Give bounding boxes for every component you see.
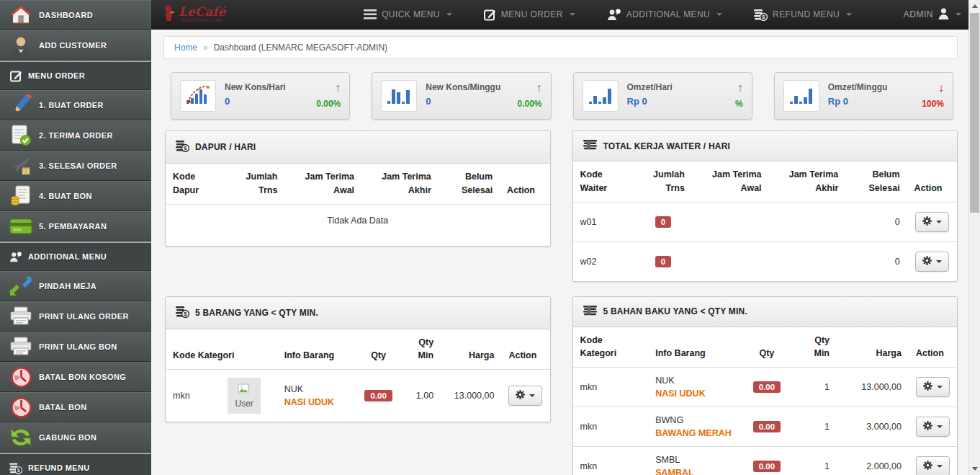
sidebar-header-additional-menu: ADDITIONAL MENU [0, 241, 151, 271]
stat-value: 0 [426, 96, 508, 107]
sidebar-item-label: PRINT ULANG ORDER [39, 312, 129, 321]
column-header: Info Barang [648, 327, 742, 368]
action-button[interactable] [915, 252, 949, 272]
person-bubble-icon [607, 9, 621, 21]
printer-icon [9, 305, 32, 328]
nav-menu-menu-order[interactable]: MENU ORDER [484, 9, 575, 21]
item-code: SMBL [655, 455, 734, 465]
action-button[interactable] [916, 377, 950, 397]
nav-menu-label: MENU ORDER [501, 9, 563, 19]
sidebar-item-label: 3. SELESAI ORDER [39, 161, 117, 170]
sidebar-item-label: 2. TERIMA ORDER [39, 131, 113, 140]
svg-text:$: $ [17, 467, 20, 473]
sidebar-item-label: BATAL BON [39, 403, 87, 412]
column-header: Kode Kategori [166, 329, 277, 370]
gear-icon [923, 461, 932, 472]
item-code: BWNG [655, 415, 734, 425]
action-button[interactable] [915, 212, 949, 232]
sidebar-item-label: BATAL BON KOSONG [39, 373, 126, 381]
sidebar-header-menu-order: MENU ORDER [0, 61, 151, 90]
stat-new-kons-minggu[interactable]: New Kons/Minggu 0 ↑ 0.00% [372, 72, 551, 120]
user-silhouette-icon [938, 8, 949, 22]
scroll-up-arrow-icon[interactable] [972, 4, 978, 8]
sidebar-item-label: 1. BUAT ORDER [39, 101, 104, 110]
stat-omzet-minggu[interactable]: Omzet/Minggu Rp 0 ↓ 100% [774, 72, 953, 120]
nav-menu-refund-menu[interactable]: $REFUND MENU [754, 9, 852, 21]
kode-kategori-cell: mkn [573, 368, 649, 407]
column-header: Action [907, 161, 957, 202]
item-name: NASI UDUK [655, 389, 734, 399]
column-header: Harga [837, 327, 909, 368]
action-button[interactable] [508, 386, 542, 406]
scrollbar-thumb[interactable] [970, 13, 979, 213]
panel-barang-qty-min: $ 5 BARANG YANG < QTY MIN. Kode Kategori… [165, 296, 551, 423]
nav-menu-quick-menu[interactable]: QUICK MENU [364, 9, 452, 19]
chevron-down-icon [846, 13, 852, 16]
bar-chart-asc-icon [783, 80, 819, 112]
admin-menu[interactable]: ADMIN [904, 8, 961, 22]
action-button[interactable] [916, 417, 950, 437]
breadcrumb-home-link[interactable]: Home [174, 43, 197, 53]
sidebar-item-dashboard[interactable]: DASHBOARD [0, 0, 151, 30]
chevron-down-icon [936, 221, 942, 223]
panel-title: TOTAL KERJA WAITER / HARI [603, 141, 731, 151]
column-header: Jumlah Trns [227, 164, 284, 204]
sidebar-item-pindah-meja[interactable]: PINDAH MEJA [0, 271, 151, 301]
barang-table: Kode Kategori Info Barang Qty Qty Min Ha… [166, 329, 550, 422]
stat-widgets-row: New Kons/Hari 0 ↑ 0.00% New Kons/Minggu … [171, 72, 953, 120]
table-row: w02 0 0 [573, 241, 958, 281]
trend-down-icon: ↓ [922, 81, 944, 94]
sidebar-item-print-ulang-bon[interactable]: PRINT ULANG BON [0, 332, 151, 362]
sidebar-item-label: 5. PEMBAYARAN [39, 222, 107, 231]
chevron-down-icon [956, 13, 961, 16]
page-content: Home » Dashboard (LENMARC MEGASOFT-ADMIN… [151, 30, 980, 475]
credit-card-icon [9, 215, 32, 238]
scroll-down-arrow-icon[interactable] [972, 467, 978, 471]
dapur-table: Kode Dapur Jumlah Trns Jam Terima Awal J… [166, 164, 550, 246]
stack-icon [583, 306, 598, 318]
item-name: NASI UDUK [284, 397, 351, 407]
sidebar-item-print-ulang-order[interactable]: PRINT ULANG ORDER [0, 301, 151, 332]
pencil-icon [9, 94, 32, 117]
breadcrumb-separator: » [203, 43, 208, 53]
item-name: SAMBAL [655, 468, 734, 475]
stat-new-kons-hari[interactable]: New Kons/Hari 0 ↑ 0.00% [171, 72, 350, 120]
action-button[interactable] [916, 456, 950, 475]
column-header: Action [501, 329, 549, 370]
sidebar-item-1-buat-order[interactable]: 1. BUAT ORDER [0, 90, 151, 120]
sidebar-item-label: ADDITIONAL MENU [28, 252, 107, 261]
sidebar-item-gabung-bon[interactable]: GABUNG BON [0, 422, 151, 453]
gear-icon [922, 216, 932, 228]
sidebar-item-4-buat-bon[interactable]: 4. BUAT BON [0, 181, 151, 211]
stat-label: New Kons/Hari [225, 81, 307, 94]
sidebar-item-5-pembayaran[interactable]: 5. PEMBAYARAN [0, 211, 151, 241]
customer-icon [9, 34, 32, 57]
coins-icon: $ [754, 9, 768, 21]
stat-value: Rp 0 [828, 96, 914, 107]
column-header: Jam Terima Awal [284, 164, 361, 204]
sidebar-item-batal-bon[interactable]: BATAL BON [0, 392, 151, 422]
stat-percent: 100% [922, 99, 944, 109]
sidebar-item-3-selesai-order[interactable]: 3. SELESAI ORDER [0, 151, 151, 181]
column-header: Kode Dapur [166, 164, 227, 204]
sidebar-item-2-terima-order[interactable]: 2. TERIMA ORDER [0, 120, 151, 151]
sidebar-item-batal-bon-kosong[interactable]: BATAL BON KOSONG [0, 362, 151, 392]
kode-kategori-cell: mkn [573, 447, 649, 475]
stat-omzet-hari[interactable]: Omzet/Hari Rp 0 ↑ % [573, 72, 752, 120]
nav-menu-additional-menu[interactable]: ADDITIONAL MENU [607, 9, 722, 21]
table-row: mkn User NUK NASI UDUK 0.00 1.00 13.000,… [166, 370, 550, 422]
kode-waiter-cell: w02 [573, 241, 634, 281]
empty-row: Tidak Ada Data [166, 204, 550, 246]
stat-percent: % [735, 99, 743, 109]
column-header: Jam Terima Akhir [361, 164, 439, 204]
sidebar-item-label: ADD CUSTOMER [39, 41, 107, 50]
brand-logo[interactable]: LeCafé cafe.lenmarc.com [163, 4, 225, 25]
column-header: Kode Kategori [573, 327, 649, 368]
sidebar-item-label: PRINT ULANG BON [39, 342, 117, 351]
coins-icon: $ [176, 306, 189, 320]
sidebar-item-add-customer[interactable]: ADD CUSTOMER [0, 30, 151, 61]
sidebar-item-label: MENU ORDER [28, 71, 85, 80]
empty-text: Tidak Ada Data [166, 204, 550, 246]
bahan-table: Kode Kategori Info Barang Qty Qty Min Ha… [573, 327, 958, 475]
panel-title: 5 BARANG YANG < QTY MIN. [195, 308, 318, 318]
